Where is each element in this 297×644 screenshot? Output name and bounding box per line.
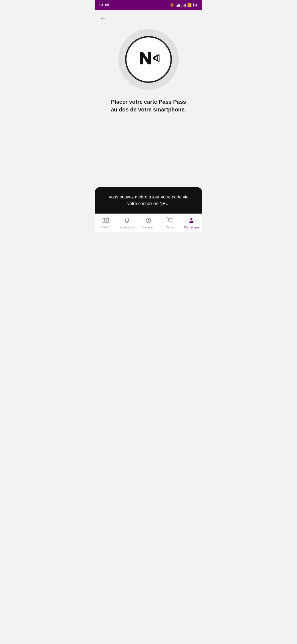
- mute-icon: 🔕: [170, 3, 174, 7]
- signal-bars-1: [176, 3, 180, 7]
- nav-item-achat[interactable]: Achat: [159, 217, 181, 229]
- nav-label-notifications: Notifications: [120, 226, 134, 229]
- wifi-icon: 📶: [187, 3, 192, 7]
- status-icons: 🔕 📶 61: [170, 3, 198, 7]
- clock-icon: [145, 217, 152, 225]
- battery-indicator: 61: [193, 3, 198, 7]
- back-button[interactable]: ←: [100, 14, 107, 21]
- nfc-banner: Vous pouvez mettre à jour votre carte vi…: [95, 187, 202, 214]
- nav-item-mon-compte[interactable]: Mon compte: [181, 217, 202, 229]
- nav-label-mon-compte: Mon compte: [184, 226, 199, 229]
- nav-label-carte: Carte: [102, 226, 109, 229]
- svg-point-6: [171, 222, 172, 223]
- nav-item-notifications[interactable]: Notifications: [116, 217, 138, 229]
- nfc-inner-circle: [125, 36, 172, 83]
- cart-icon: [167, 217, 173, 225]
- signal-bars-2: [182, 3, 186, 7]
- bell-icon: [124, 217, 130, 225]
- nav-label-achat: Achat: [166, 226, 174, 229]
- bottom-nav: Carte Notifications Horaires: [95, 214, 202, 232]
- svg-point-7: [190, 218, 192, 220]
- nfc-banner-text: Vous pouvez mettre à jour votre carte vi…: [103, 194, 194, 207]
- header: ←: [95, 10, 202, 24]
- nfc-outer-circle: [118, 29, 179, 90]
- status-time: 13:45: [99, 3, 109, 7]
- svg-point-5: [169, 222, 170, 223]
- svg-line-4: [148, 220, 150, 221]
- nav-item-carte[interactable]: Carte: [95, 218, 116, 229]
- instruction-text: Placer votre carte Pass Pass au dos de v…: [105, 98, 193, 113]
- nav-item-horaires[interactable]: Horaires: [138, 217, 159, 229]
- status-bar: 13:45 🔕 📶 61: [95, 0, 202, 10]
- nfc-symbol: [138, 49, 160, 70]
- nav-label-horaires: Horaires: [143, 226, 154, 229]
- main-content: Placer votre carte Pass Pass au dos de v…: [95, 24, 202, 113]
- person-icon: [188, 217, 194, 225]
- map-icon: [102, 218, 109, 225]
